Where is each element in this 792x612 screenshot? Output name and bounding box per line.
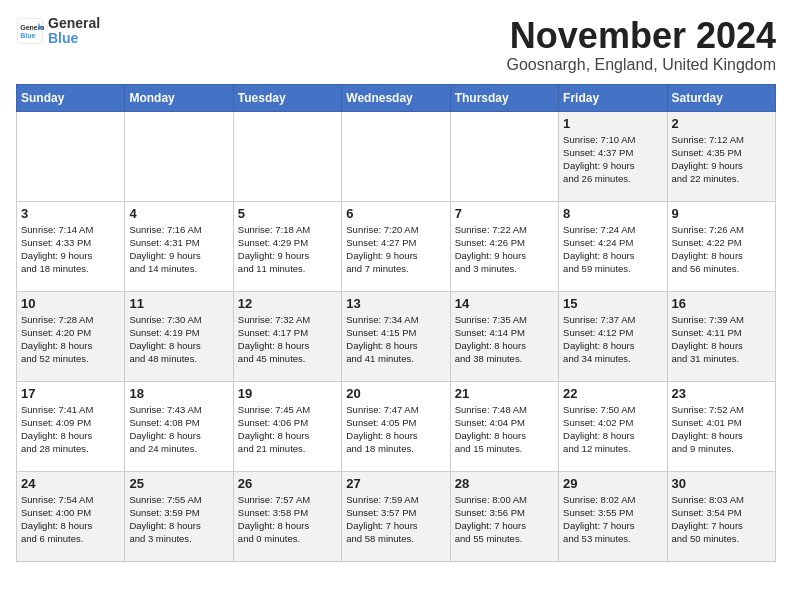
cell-text: Sunrise: 7:55 AM Sunset: 3:59 PM Dayligh… bbox=[129, 493, 228, 546]
calendar-cell: 26Sunrise: 7:57 AM Sunset: 3:58 PM Dayli… bbox=[233, 471, 341, 561]
calendar-cell: 24Sunrise: 7:54 AM Sunset: 4:00 PM Dayli… bbox=[17, 471, 125, 561]
day-number: 17 bbox=[21, 386, 120, 401]
calendar-cell: 13Sunrise: 7:34 AM Sunset: 4:15 PM Dayli… bbox=[342, 291, 450, 381]
cell-text: Sunrise: 7:16 AM Sunset: 4:31 PM Dayligh… bbox=[129, 223, 228, 276]
day-number: 9 bbox=[672, 206, 771, 221]
cell-text: Sunrise: 7:37 AM Sunset: 4:12 PM Dayligh… bbox=[563, 313, 662, 366]
day-number: 6 bbox=[346, 206, 445, 221]
calendar-cell: 8Sunrise: 7:24 AM Sunset: 4:24 PM Daylig… bbox=[559, 201, 667, 291]
cell-text: Sunrise: 7:43 AM Sunset: 4:08 PM Dayligh… bbox=[129, 403, 228, 456]
calendar-cell: 4Sunrise: 7:16 AM Sunset: 4:31 PM Daylig… bbox=[125, 201, 233, 291]
cell-text: Sunrise: 7:47 AM Sunset: 4:05 PM Dayligh… bbox=[346, 403, 445, 456]
day-number: 10 bbox=[21, 296, 120, 311]
cell-text: Sunrise: 7:22 AM Sunset: 4:26 PM Dayligh… bbox=[455, 223, 554, 276]
calendar-cell: 28Sunrise: 8:00 AM Sunset: 3:56 PM Dayli… bbox=[450, 471, 558, 561]
day-number: 5 bbox=[238, 206, 337, 221]
calendar-cell: 20Sunrise: 7:47 AM Sunset: 4:05 PM Dayli… bbox=[342, 381, 450, 471]
calendar-cell: 22Sunrise: 7:50 AM Sunset: 4:02 PM Dayli… bbox=[559, 381, 667, 471]
cell-text: Sunrise: 7:48 AM Sunset: 4:04 PM Dayligh… bbox=[455, 403, 554, 456]
day-number: 25 bbox=[129, 476, 228, 491]
day-number: 30 bbox=[672, 476, 771, 491]
cell-text: Sunrise: 7:41 AM Sunset: 4:09 PM Dayligh… bbox=[21, 403, 120, 456]
header: General Blue General Blue November 2024 … bbox=[16, 16, 776, 74]
cell-text: Sunrise: 7:10 AM Sunset: 4:37 PM Dayligh… bbox=[563, 133, 662, 186]
calendar-cell: 16Sunrise: 7:39 AM Sunset: 4:11 PM Dayli… bbox=[667, 291, 775, 381]
cell-text: Sunrise: 8:00 AM Sunset: 3:56 PM Dayligh… bbox=[455, 493, 554, 546]
calendar-cell: 29Sunrise: 8:02 AM Sunset: 3:55 PM Dayli… bbox=[559, 471, 667, 561]
calendar-cell: 3Sunrise: 7:14 AM Sunset: 4:33 PM Daylig… bbox=[17, 201, 125, 291]
cell-text: Sunrise: 7:12 AM Sunset: 4:35 PM Dayligh… bbox=[672, 133, 771, 186]
calendar-cell: 23Sunrise: 7:52 AM Sunset: 4:01 PM Dayli… bbox=[667, 381, 775, 471]
calendar-cell bbox=[17, 111, 125, 201]
day-number: 13 bbox=[346, 296, 445, 311]
calendar-cell: 14Sunrise: 7:35 AM Sunset: 4:14 PM Dayli… bbox=[450, 291, 558, 381]
cell-text: Sunrise: 7:39 AM Sunset: 4:11 PM Dayligh… bbox=[672, 313, 771, 366]
day-number: 16 bbox=[672, 296, 771, 311]
day-number: 4 bbox=[129, 206, 228, 221]
calendar-cell: 18Sunrise: 7:43 AM Sunset: 4:08 PM Dayli… bbox=[125, 381, 233, 471]
day-number: 1 bbox=[563, 116, 662, 131]
day-number: 20 bbox=[346, 386, 445, 401]
calendar-cell: 17Sunrise: 7:41 AM Sunset: 4:09 PM Dayli… bbox=[17, 381, 125, 471]
calendar-table: SundayMondayTuesdayWednesdayThursdayFrid… bbox=[16, 84, 776, 562]
logo: General Blue General Blue bbox=[16, 16, 100, 47]
day-number: 22 bbox=[563, 386, 662, 401]
cell-text: Sunrise: 7:35 AM Sunset: 4:14 PM Dayligh… bbox=[455, 313, 554, 366]
cell-text: Sunrise: 7:59 AM Sunset: 3:57 PM Dayligh… bbox=[346, 493, 445, 546]
calendar-cell: 2Sunrise: 7:12 AM Sunset: 4:35 PM Daylig… bbox=[667, 111, 775, 201]
day-number: 23 bbox=[672, 386, 771, 401]
calendar-cell: 27Sunrise: 7:59 AM Sunset: 3:57 PM Dayli… bbox=[342, 471, 450, 561]
svg-rect-0 bbox=[17, 19, 42, 44]
logo-blue: Blue bbox=[48, 31, 100, 46]
cell-text: Sunrise: 7:34 AM Sunset: 4:15 PM Dayligh… bbox=[346, 313, 445, 366]
calendar-cell: 5Sunrise: 7:18 AM Sunset: 4:29 PM Daylig… bbox=[233, 201, 341, 291]
calendar-cell: 19Sunrise: 7:45 AM Sunset: 4:06 PM Dayli… bbox=[233, 381, 341, 471]
calendar-cell bbox=[125, 111, 233, 201]
day-number: 8 bbox=[563, 206, 662, 221]
cell-text: Sunrise: 7:18 AM Sunset: 4:29 PM Dayligh… bbox=[238, 223, 337, 276]
title-area: November 2024 Goosnargh, England, United… bbox=[506, 16, 776, 74]
calendar-cell: 12Sunrise: 7:32 AM Sunset: 4:17 PM Dayli… bbox=[233, 291, 341, 381]
cell-text: Sunrise: 7:45 AM Sunset: 4:06 PM Dayligh… bbox=[238, 403, 337, 456]
cell-text: Sunrise: 7:24 AM Sunset: 4:24 PM Dayligh… bbox=[563, 223, 662, 276]
day-number: 24 bbox=[21, 476, 120, 491]
day-number: 26 bbox=[238, 476, 337, 491]
header-day: Wednesday bbox=[342, 84, 450, 111]
calendar-cell bbox=[450, 111, 558, 201]
header-day: Saturday bbox=[667, 84, 775, 111]
day-number: 18 bbox=[129, 386, 228, 401]
day-number: 19 bbox=[238, 386, 337, 401]
calendar-cell: 9Sunrise: 7:26 AM Sunset: 4:22 PM Daylig… bbox=[667, 201, 775, 291]
calendar-cell: 15Sunrise: 7:37 AM Sunset: 4:12 PM Dayli… bbox=[559, 291, 667, 381]
calendar-cell: 21Sunrise: 7:48 AM Sunset: 4:04 PM Dayli… bbox=[450, 381, 558, 471]
header-day: Thursday bbox=[450, 84, 558, 111]
cell-text: Sunrise: 7:50 AM Sunset: 4:02 PM Dayligh… bbox=[563, 403, 662, 456]
day-number: 27 bbox=[346, 476, 445, 491]
calendar-cell bbox=[342, 111, 450, 201]
day-number: 11 bbox=[129, 296, 228, 311]
header-day: Friday bbox=[559, 84, 667, 111]
cell-text: Sunrise: 7:57 AM Sunset: 3:58 PM Dayligh… bbox=[238, 493, 337, 546]
header-day: Sunday bbox=[17, 84, 125, 111]
day-number: 3 bbox=[21, 206, 120, 221]
calendar-cell: 7Sunrise: 7:22 AM Sunset: 4:26 PM Daylig… bbox=[450, 201, 558, 291]
cell-text: Sunrise: 7:20 AM Sunset: 4:27 PM Dayligh… bbox=[346, 223, 445, 276]
cell-text: Sunrise: 7:52 AM Sunset: 4:01 PM Dayligh… bbox=[672, 403, 771, 456]
calendar-body: 1Sunrise: 7:10 AM Sunset: 4:37 PM Daylig… bbox=[17, 111, 776, 561]
cell-text: Sunrise: 8:02 AM Sunset: 3:55 PM Dayligh… bbox=[563, 493, 662, 546]
day-number: 21 bbox=[455, 386, 554, 401]
calendar-cell bbox=[233, 111, 341, 201]
calendar-header: SundayMondayTuesdayWednesdayThursdayFrid… bbox=[17, 84, 776, 111]
calendar-cell: 6Sunrise: 7:20 AM Sunset: 4:27 PM Daylig… bbox=[342, 201, 450, 291]
cell-text: Sunrise: 7:28 AM Sunset: 4:20 PM Dayligh… bbox=[21, 313, 120, 366]
day-number: 15 bbox=[563, 296, 662, 311]
cell-text: Sunrise: 7:32 AM Sunset: 4:17 PM Dayligh… bbox=[238, 313, 337, 366]
calendar-cell: 25Sunrise: 7:55 AM Sunset: 3:59 PM Dayli… bbox=[125, 471, 233, 561]
cell-text: Sunrise: 8:03 AM Sunset: 3:54 PM Dayligh… bbox=[672, 493, 771, 546]
day-number: 29 bbox=[563, 476, 662, 491]
header-day: Tuesday bbox=[233, 84, 341, 111]
cell-text: Sunrise: 7:54 AM Sunset: 4:00 PM Dayligh… bbox=[21, 493, 120, 546]
cell-text: Sunrise: 7:30 AM Sunset: 4:19 PM Dayligh… bbox=[129, 313, 228, 366]
calendar-cell: 1Sunrise: 7:10 AM Sunset: 4:37 PM Daylig… bbox=[559, 111, 667, 201]
cell-text: Sunrise: 7:26 AM Sunset: 4:22 PM Dayligh… bbox=[672, 223, 771, 276]
